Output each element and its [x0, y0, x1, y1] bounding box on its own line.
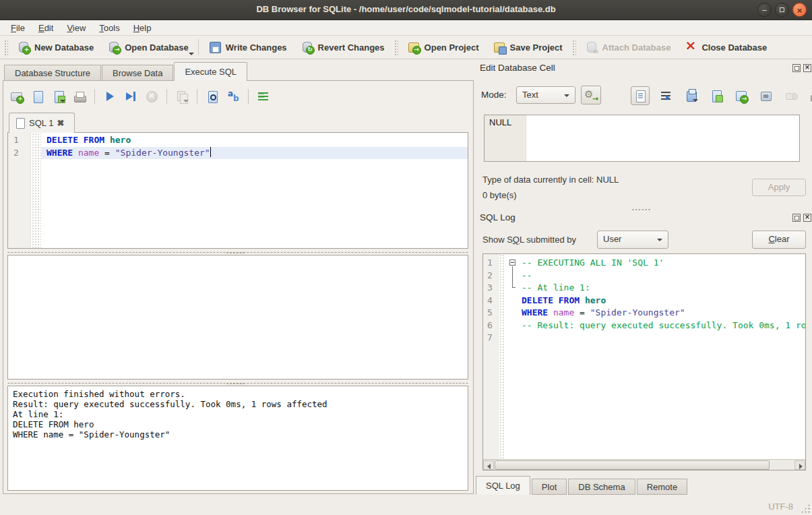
minimize-button[interactable]: −: [757, 3, 772, 17]
clear-log-button[interactable]: Clear: [752, 231, 806, 249]
scrollbar-thumb[interactable]: [495, 460, 770, 470]
export-data-button[interactable]: [733, 88, 749, 104]
fold-margin[interactable]: [507, 270, 520, 282]
save-as-button[interactable]: [708, 88, 724, 104]
maximize-button[interactable]: [775, 3, 789, 17]
import-data-button[interactable]: [683, 88, 699, 104]
dock-tab-sql-log[interactable]: SQL Log: [476, 476, 530, 495]
print-icon: [73, 90, 86, 103]
code-line: 2WHERE name = "Spider-Youngster": [8, 147, 468, 160]
sql-log-filter-value: User: [603, 234, 621, 244]
new-sql-tab-button[interactable]: [9, 88, 25, 104]
toolbar-button-new-database[interactable]: New Database: [10, 37, 100, 57]
messages-pane[interactable]: Execution finished without errors.Result…: [7, 386, 468, 491]
menu-edit[interactable]: Edit: [32, 22, 60, 34]
fold-margin[interactable]: [507, 332, 520, 344]
code-text: --: [522, 270, 532, 282]
fold-margin[interactable]: [507, 320, 520, 332]
save-sql-file-button[interactable]: [51, 88, 67, 104]
toolbar-button-open-database[interactable]: Open Database: [100, 37, 195, 57]
results-pane[interactable]: [7, 255, 468, 380]
new-database-icon: [17, 40, 30, 54]
copy-link-button[interactable]: [758, 88, 774, 104]
editor-results-splitter[interactable]: ••••••: [7, 249, 468, 255]
toolbar-button-revert-changes[interactable]: Revert Changes: [294, 37, 392, 57]
sql-log-view[interactable]: 1-- EXECUTING ALL IN 'SQL 1'2--3-- At li…: [482, 253, 806, 471]
text-mode-button[interactable]: [631, 86, 650, 105]
line-number: 2: [13, 147, 19, 160]
menu-tools[interactable]: Tools: [92, 22, 126, 34]
fold-collapse-icon[interactable]: [509, 260, 516, 266]
fold-margin[interactable]: [507, 282, 520, 295]
fold-margin[interactable]: [507, 257, 520, 270]
menu-view[interactable]: View: [60, 22, 92, 34]
results-messages-splitter[interactable]: ••••••: [7, 380, 468, 386]
fold-margin[interactable]: [507, 307, 520, 320]
toolbar-grip[interactable]: [3, 39, 8, 55]
encoding-indicator: UTF-8: [768, 502, 793, 512]
editor-code-area[interactable]: 1DELETE FROM hero2WHERE name = "Spider-Y…: [8, 133, 468, 159]
toolbar-button-write-changes[interactable]: Write Changes: [201, 37, 294, 57]
open-sql-file-button[interactable]: [30, 88, 46, 104]
log-horizontal-scrollbar[interactable]: [483, 459, 805, 470]
fold-margin[interactable]: [507, 295, 520, 307]
dock-tab-remote[interactable]: Remote: [637, 479, 688, 495]
resize-grip[interactable]: [801, 504, 810, 513]
stop-button[interactable]: [144, 88, 160, 104]
close-button[interactable]: ×: [792, 3, 807, 17]
toolbar-button-attach-database[interactable]: Attach Database: [578, 37, 678, 57]
execute-current-line-button[interactable]: [123, 88, 139, 104]
tab-execute-sql[interactable]: Execute SQL: [174, 62, 247, 81]
apply-button[interactable]: Apply: [752, 179, 806, 196]
tab-database-structure[interactable]: Database Structure: [4, 65, 101, 81]
dock-tab-plot[interactable]: Plot: [532, 479, 567, 495]
titlebar[interactable]: DB Browser for SQLite - /home/user/code/…: [0, 0, 812, 20]
toolbar-button-open-project[interactable]: Open Project: [400, 37, 486, 57]
print-cell-button[interactable]: [808, 88, 812, 104]
cell-value-text: NULL: [489, 117, 511, 127]
save-results-button[interactable]: [174, 88, 190, 104]
sql-log-dock-buttons: [792, 214, 811, 222]
dock-tab-bar: SQL LogPlotDB SchemaRemote: [476, 476, 689, 495]
toolbar-grip[interactable]: [394, 39, 398, 55]
dock-close-icon[interactable]: [803, 214, 811, 222]
sql-log-filter-select[interactable]: User: [597, 231, 668, 249]
sql-editor-toolbar: [9, 86, 272, 107]
cell-mode-select[interactable]: Text: [516, 86, 575, 104]
find-replace-button[interactable]: [225, 88, 241, 104]
print-button[interactable]: [71, 88, 88, 104]
open-database-icon: [107, 40, 121, 54]
execute-current-line-icon: [124, 90, 137, 103]
dock-tab-db-schema[interactable]: DB Schema: [568, 479, 635, 495]
text-mode-icon: [633, 89, 647, 102]
toolbar-button-close-database[interactable]: Close Database: [677, 37, 774, 57]
menu-file[interactable]: File: [4, 22, 32, 34]
set-null-button[interactable]: [783, 88, 799, 104]
toolbar-button-save-project[interactable]: Save Project: [486, 37, 569, 57]
scroll-left-arrow-icon[interactable]: [483, 460, 494, 470]
line-number: 3: [487, 282, 493, 295]
word-wrap-button[interactable]: [255, 88, 272, 104]
sql-editor[interactable]: 1DELETE FROM hero2WHERE name = "Spider-Y…: [7, 132, 468, 249]
dock-close-icon[interactable]: [803, 64, 811, 72]
dock-float-icon[interactable]: [792, 64, 801, 72]
sql-tab-close-icon[interactable]: ✖: [57, 118, 64, 128]
apply-cell-changes-button[interactable]: [581, 86, 601, 104]
menu-help[interactable]: Help: [127, 22, 158, 34]
toolbar-separator: [94, 89, 95, 104]
dock-splitter[interactable]: ••••••: [632, 206, 652, 212]
find-button[interactable]: [204, 88, 220, 104]
revert-changes-icon: [301, 40, 314, 54]
code-text: DELETE FROM hero: [46, 134, 131, 147]
tab-browse-data[interactable]: Browse Data: [102, 65, 173, 81]
line-number: 7: [487, 332, 493, 344]
cell-value-editor[interactable]: NULL: [484, 115, 800, 162]
dock-float-icon[interactable]: [792, 214, 801, 222]
wrap-cell-button[interactable]: [658, 88, 675, 104]
open-sql-file-icon: [31, 90, 44, 103]
execute-all-button[interactable]: [102, 88, 118, 104]
code-line: 1DELETE FROM hero: [8, 134, 468, 147]
toolbar-grip[interactable]: [571, 39, 576, 55]
scroll-right-arrow-icon[interactable]: [794, 460, 805, 470]
sql-tab[interactable]: SQL 1 ✖: [9, 113, 75, 133]
